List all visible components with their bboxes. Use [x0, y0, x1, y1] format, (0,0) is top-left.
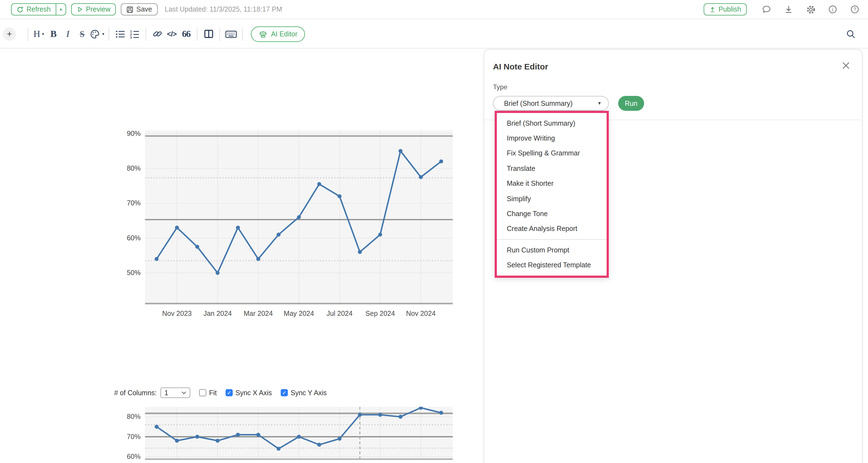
save-button[interactable]: Save [121, 3, 158, 15]
menu-item[interactable]: Create Analysis Report [497, 221, 607, 236]
type-label: Type [493, 83, 507, 91]
comment-icon[interactable] [760, 3, 773, 16]
publish-label: Publish [718, 5, 741, 13]
publish-button[interactable]: Publish [704, 3, 747, 15]
svg-text:?: ? [854, 7, 856, 12]
fit-checkbox[interactable] [199, 389, 206, 396]
download-icon[interactable] [782, 3, 795, 16]
svg-text:Mar 2024: Mar 2024 [244, 309, 273, 317]
code-button[interactable]: </> [165, 26, 179, 42]
toolbar-divider [220, 27, 220, 40]
columns-label: # of Columns: [114, 389, 157, 397]
columns-icon [204, 29, 214, 39]
heading-caret-icon: ▼ [41, 32, 45, 36]
toolbar-divider [109, 27, 110, 40]
top-toolbar-right: Publish [704, 3, 861, 16]
format-toolbar: + H▼ B I S ▼ 1 [0, 20, 868, 48]
svg-text:3: 3 [130, 36, 132, 39]
svg-text:May 2024: May 2024 [284, 309, 314, 317]
svg-text:90%: 90% [127, 130, 141, 137]
menu-item[interactable]: Make it Shorter [497, 176, 607, 191]
strikethrough-button[interactable]: S [75, 26, 89, 42]
panel-title: AI Note Editor [493, 62, 548, 71]
menu-item[interactable]: Fix Spelling & Grammar [497, 146, 607, 161]
ai-editor-button[interactable]: AI Editor [251, 26, 305, 42]
run-button[interactable]: Run [618, 96, 644, 111]
refresh-button[interactable]: Refresh [11, 4, 56, 15]
sync-y-axis-label: Sync Y Axis [290, 389, 327, 397]
control-chart-corporate: Nov 2023Jan 2024Mar 2024May 2024Jul 2024… [112, 407, 453, 463]
type-select-value: Brief (Short Summary) [504, 99, 573, 107]
keyboard-shortcuts-button[interactable] [224, 26, 239, 42]
link-button[interactable] [150, 26, 165, 42]
text-color-icon [89, 28, 100, 39]
text-color-caret-icon: ▼ [101, 32, 105, 36]
svg-text:70%: 70% [127, 199, 141, 207]
svg-text:Jan 2024: Jan 2024 [204, 309, 232, 317]
menu-footer-list: Run Custom PromptSelect Registered Templ… [497, 242, 607, 273]
refresh-label: Refresh [27, 5, 51, 13]
ai-type-menu: Brief (Short Summary)Improve WritingFix … [495, 111, 609, 278]
svg-text:Nov 2024: Nov 2024 [406, 309, 436, 317]
numbered-list-icon: 1 2 3 [129, 28, 141, 39]
columns-value: 1 [164, 389, 168, 397]
heading-button[interactable]: H▼ [32, 26, 46, 42]
settings-icon[interactable] [804, 3, 817, 16]
control-chart-main: Nov 2023Jan 2024Mar 2024May 2024Jul 2024… [112, 130, 453, 324]
ai-editor-label: AI Editor [271, 30, 298, 38]
quote-button[interactable]: 66 [179, 26, 193, 42]
menu-item[interactable]: Change Tone [497, 206, 607, 222]
menu-main-list: Brief (Short Summary)Improve WritingFix … [497, 116, 607, 236]
numbered-list-button[interactable]: 1 2 3 [128, 26, 142, 42]
toolbar-divider [242, 27, 243, 40]
menu-item[interactable]: Simplify [497, 191, 607, 206]
chart-controls: # of Columns: 1 Fit Sync X Axis Sync Y A… [114, 388, 327, 398]
columns-select[interactable]: 1 [160, 388, 190, 398]
toolbar-divider [146, 27, 147, 40]
sync-y-axis-checkbox[interactable] [281, 389, 288, 396]
refresh-split-button[interactable]: Refresh ▼ [11, 3, 66, 15]
svg-text:50%: 50% [127, 269, 141, 276]
add-block-button[interactable]: + [3, 27, 16, 40]
search-icon [846, 29, 856, 39]
menu-item[interactable]: Select Registered Template [497, 258, 607, 273]
bullet-list-icon [115, 28, 126, 39]
save-icon [127, 6, 134, 13]
top-toolbar: Refresh ▼ Preview Save Last Updated: 11/… [0, 0, 868, 19]
refresh-icon [17, 6, 24, 13]
menu-item[interactable]: Run Custom Prompt [497, 242, 607, 258]
type-select[interactable]: Brief (Short Summary) ▼ [493, 96, 609, 111]
chevron-down-icon [181, 391, 186, 394]
save-label: Save [136, 5, 152, 13]
svg-text:60%: 60% [127, 234, 141, 242]
menu-divider [497, 239, 607, 240]
menu-item[interactable]: Improve Writing [497, 131, 607, 146]
info-icon[interactable]: i [826, 3, 839, 16]
toolbar-divider [28, 27, 28, 40]
play-icon [76, 6, 83, 13]
italic-button[interactable]: I [61, 26, 75, 42]
menu-item[interactable]: Brief (Short Summary) [497, 116, 607, 131]
preview-button[interactable]: Preview [71, 3, 116, 15]
svg-text:80%: 80% [127, 412, 141, 420]
svg-text:i: i [832, 7, 833, 12]
preview-label: Preview [86, 5, 111, 13]
svg-text:60%: 60% [127, 453, 141, 460]
svg-text:Nov 2023: Nov 2023 [162, 309, 192, 317]
help-icon[interactable]: ? [848, 3, 861, 16]
bullet-list-button[interactable] [113, 26, 128, 42]
ai-note-editor-panel: AI Note Editor Type Brief (Short Summary… [484, 49, 863, 463]
publish-icon [709, 6, 716, 13]
close-icon[interactable] [842, 62, 850, 69]
quote-icon: 66 [182, 28, 190, 39]
sync-x-axis-label: Sync X Axis [236, 389, 272, 397]
search-button[interactable] [844, 26, 858, 42]
bold-button[interactable]: B [46, 26, 61, 42]
text-color-button[interactable]: ▼ [89, 26, 105, 42]
svg-text:Sep 2024: Sep 2024 [365, 309, 395, 317]
fit-label: Fit [209, 389, 217, 397]
columns-button[interactable] [202, 26, 216, 42]
refresh-dropdown-caret[interactable]: ▼ [56, 4, 66, 15]
menu-item[interactable]: Translate [497, 161, 607, 176]
sync-x-axis-checkbox[interactable] [225, 389, 233, 396]
